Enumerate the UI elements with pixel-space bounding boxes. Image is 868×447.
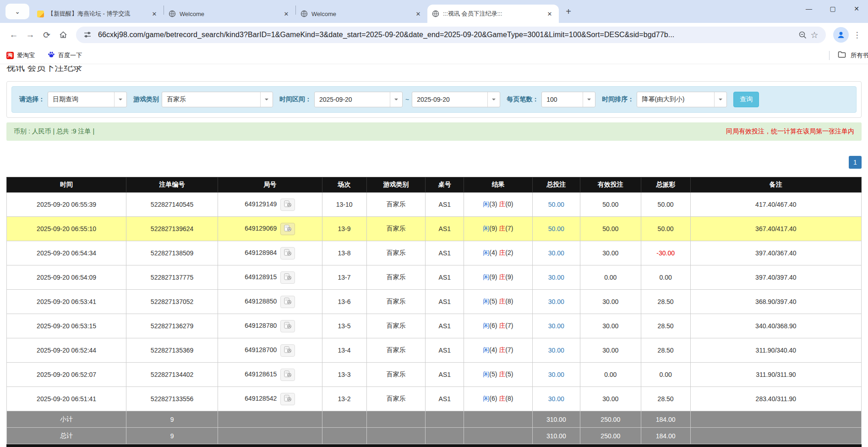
minimize-icon[interactable]: — xyxy=(805,5,813,12)
video-replay-button[interactable] xyxy=(280,199,295,211)
round-number: 649128915 xyxy=(245,273,277,281)
total-bet-link[interactable]: 30.00 xyxy=(548,249,564,257)
page-1-button[interactable]: 1 xyxy=(849,156,862,169)
banker-score: (2) xyxy=(505,249,513,256)
film-icon xyxy=(284,395,292,403)
cell-total-bet: 30.00 xyxy=(532,265,580,290)
date-end-select[interactable]: 2025-09-20 xyxy=(412,92,500,107)
close-icon[interactable]: ✕ xyxy=(545,9,554,18)
chevron-down-icon[interactable] xyxy=(714,92,726,107)
total-bet-link[interactable]: 30.00 xyxy=(548,371,564,378)
total-bet-link[interactable]: 30.00 xyxy=(548,347,564,354)
footer-empty xyxy=(690,411,861,428)
cell-table: AS1 xyxy=(426,387,464,411)
site-settings-icon[interactable] xyxy=(82,31,93,39)
player-score: (9) xyxy=(489,273,497,281)
total-bet-link[interactable]: 30.00 xyxy=(548,322,564,330)
table-row: 2025-09-20 06:52:44 522827135369 6491287… xyxy=(7,338,862,363)
video-replay-button[interactable] xyxy=(280,344,295,357)
bookmark-star-icon[interactable]: ☆ xyxy=(808,30,820,40)
cell-total-bet: 50.00 xyxy=(532,193,580,217)
cell-table: AS1 xyxy=(426,241,464,265)
page-size-select[interactable]: 100 xyxy=(541,92,595,107)
video-replay-button[interactable] xyxy=(280,223,295,235)
sort-select[interactable]: 降幂(由大到小) xyxy=(637,92,727,107)
new-tab-button[interactable]: + xyxy=(562,5,575,18)
column-header-session: 场次 xyxy=(322,177,366,193)
footer-total-bet: 310.00 xyxy=(532,428,580,444)
cell-total-bet: 30.00 xyxy=(532,290,580,314)
date-start-select[interactable]: 2025-09-20 xyxy=(314,92,403,107)
close-icon[interactable]: ✕ xyxy=(282,9,291,18)
cell-total-bet: 30.00 xyxy=(532,241,580,265)
zoom-out-icon[interactable] xyxy=(797,31,808,39)
cell-time: 2025-09-20 06:54:34 xyxy=(7,241,126,265)
cell-note: 368.90/397.40 xyxy=(690,290,861,314)
total-bet-link[interactable]: 50.00 xyxy=(548,225,564,232)
address-bar[interactable]: 66cxkj98.com/game/betrecord_search/kind3… xyxy=(76,27,826,43)
maximize-icon[interactable]: ▢ xyxy=(829,5,837,12)
cell-payout: 50.00 xyxy=(641,193,690,217)
player-result: 闲 xyxy=(483,225,489,232)
forward-icon[interactable]: → xyxy=(22,27,38,43)
browser-menu-icon[interactable]: ⋮ xyxy=(852,30,863,40)
banker-result: 庄 xyxy=(499,346,505,353)
table-row: 2025-09-20 06:54:09 522827137775 6491289… xyxy=(7,265,862,290)
profile-avatar[interactable] xyxy=(833,27,849,43)
all-bookmarks[interactable]: 所有书签 xyxy=(829,47,868,64)
tab-welcome-1[interactable]: Welcome ✕ xyxy=(164,5,295,23)
footer-empty xyxy=(426,428,464,444)
window-close-icon[interactable]: ✕ xyxy=(852,5,861,12)
total-bet-link[interactable]: 50.00 xyxy=(548,201,564,208)
column-header-game-type: 游戏类别 xyxy=(366,177,426,193)
chevron-down-icon[interactable] xyxy=(114,92,126,107)
table-row: 2025-09-20 06:53:15 522827136279 6491287… xyxy=(7,314,862,338)
video-replay-button[interactable] xyxy=(280,247,295,259)
round-number: 649128615 xyxy=(245,370,277,378)
chevron-down-icon[interactable] xyxy=(260,92,273,107)
cell-session: 13-9 xyxy=(322,217,366,241)
close-icon[interactable]: ✕ xyxy=(414,9,423,18)
filter-bar: 请选择： 日期查询 游戏类别 百家乐 时间区间： 2025-09-20 ~ 20… xyxy=(11,86,857,113)
url-text[interactable]: 66cxkj98.com/game/betrecord_search/kind3… xyxy=(98,31,792,39)
filter-panel: 请选择： 日期查询 游戏类别 百家乐 时间区间： 2025-09-20 ~ 20… xyxy=(6,81,862,118)
bookmark-taobao[interactable]: 淘 爱淘宝 xyxy=(6,51,35,60)
total-bet-link[interactable]: 30.00 xyxy=(548,274,564,281)
tab-forum[interactable]: 【新提醒】海燕论坛 - 博学交流 ✕ xyxy=(32,5,164,23)
search-button[interactable]: 查询 xyxy=(733,92,759,107)
game-kind-label: 游戏类别 xyxy=(133,95,159,104)
chevron-down-icon[interactable] xyxy=(487,92,500,107)
video-replay-button[interactable] xyxy=(280,320,295,332)
video-replay-button[interactable] xyxy=(280,369,295,381)
total-bet-link[interactable]: 30.00 xyxy=(548,298,564,305)
back-icon[interactable]: ← xyxy=(5,27,22,43)
chevron-down-icon[interactable] xyxy=(390,92,402,107)
tab-title: Welcome xyxy=(311,11,410,17)
tab-strip: ⌄ 【新提醒】海燕论坛 - 博学交流 ✕ Welcome ✕ Welcome ✕… xyxy=(0,0,868,23)
baidu-paw-icon xyxy=(48,51,55,60)
close-icon[interactable]: ✕ xyxy=(150,9,159,18)
cell-result: 闲(6) 庄(7) xyxy=(464,314,532,338)
home-icon[interactable] xyxy=(55,27,71,43)
bookmark-baidu[interactable]: 百度一下 xyxy=(48,51,82,60)
tab-welcome-2[interactable]: Welcome ✕ xyxy=(296,5,427,23)
globe-icon xyxy=(300,10,308,17)
video-replay-button[interactable] xyxy=(280,271,295,284)
player-score: (6) xyxy=(489,322,497,329)
video-replay-button[interactable] xyxy=(280,296,295,308)
chevron-down-icon[interactable] xyxy=(583,92,595,107)
query-type-select[interactable]: 日期查询 xyxy=(48,92,127,107)
tab-bet-records-active[interactable]: :::视讯 会员下注纪录::: ✕ xyxy=(427,5,559,23)
notice-text: 同局有效投注，统一计算在该局第一张注单内 xyxy=(726,127,854,136)
reload-icon[interactable]: ⟳ xyxy=(38,27,55,43)
next-table-header-strip xyxy=(6,444,862,447)
tab-search-button[interactable]: ⌄ xyxy=(5,4,29,19)
game-kind-select[interactable]: 百家乐 xyxy=(162,92,273,107)
column-header-valid-bet: 有效投注 xyxy=(580,177,641,193)
cell-round: 649128915 xyxy=(218,265,322,290)
total-bet-link[interactable]: 30.00 xyxy=(548,395,564,403)
video-replay-button[interactable] xyxy=(280,393,295,405)
cell-table: AS1 xyxy=(426,265,464,290)
cell-round: 649129069 xyxy=(218,217,322,241)
column-header-time: 时间 xyxy=(7,177,126,193)
